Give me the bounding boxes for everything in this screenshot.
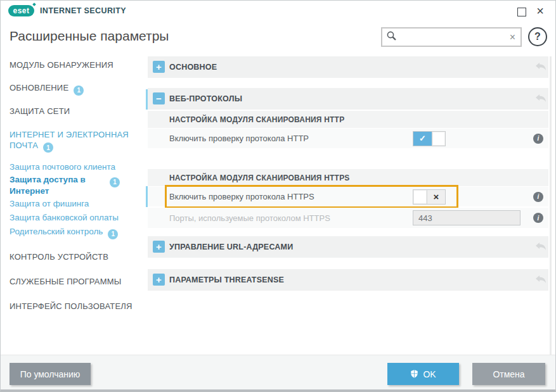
status-badge: 1 [43,142,53,153]
sidebar-item-antiphishing[interactable]: Защита от фишинга [10,198,140,210]
http-toggle-row: Включить проверку протокола HTTP ✓ i [148,129,548,148]
ok-button-label: OK [423,369,436,379]
expand-icon[interactable]: + [153,241,165,253]
expand-icon[interactable]: + [153,61,165,73]
undo-icon[interactable] [534,61,547,73]
https-toggle-row: Включить проверку протокола HTTPS × i [148,187,548,206]
sidebar-item-device-control[interactable]: КОНТРОЛЬ УСТРОЙСТВ [10,252,140,263]
cross-icon: × [427,190,445,204]
toggle-knob [413,190,427,204]
section-url-management[interactable]: + УПРАВЛЕНИЕ URL-АДРЕСАМИ [148,236,548,258]
sidebar-item-user-interface[interactable]: ИНТЕРФЕЙС ПОЛЬЗОВАТЕЛЯ [10,301,140,312]
search-icon [386,30,397,44]
match-marker [146,89,148,110]
eset-logo: eset [8,5,34,16]
sidebar-item-network-protection[interactable]: ЗАЩИТА СЕТИ [10,106,140,117]
section-threatsense[interactable]: + ПАРАМЕТРЫ THREATSENSE [148,269,548,291]
titlebar: eset INTERNET SECURITY × [1,1,555,21]
section-web-protocols[interactable]: − ВЕБ-ПРОТОКОЛЫ [148,88,548,110]
expand-icon[interactable]: + [153,274,165,286]
section-title: УПРАВЛЕНИЕ URL-АДРЕСАМИ [169,236,293,258]
search-clear-icon[interactable]: × [505,32,520,43]
section-title: ПАРАМЕТРЫ THREATSENSE [169,269,284,291]
sidebar-item-label: КОНТРОЛЬ УСТРОЙСТВ [10,252,108,262]
section-title: ВЕБ-ПРОТОКОЛЫ [169,88,242,110]
https-toggle-switch[interactable]: × [413,189,446,205]
https-ports-input [413,210,520,225]
cancel-button-label: Отмена [493,369,524,379]
sidebar-item-banking-protection[interactable]: Защита банковской оплаты [10,212,140,224]
https-group-header: НАСТРОЙКА МОДУЛЯ СКАНИРОВАНИЯ HTTPS [148,169,548,186]
https-ports-row: Порты, используемые протоколом HTTPS i [148,208,548,228]
info-icon[interactable]: i [533,213,543,223]
eset-logo-text: eset [13,6,29,15]
status-badge: 1 [110,177,120,187]
sidebar-item-label: ИНТЕРНЕТ И ЭЛЕКТРОННАЯ ПОЧТА [10,130,129,150]
sidebar-item-label: Защита почтового клиента [10,162,115,172]
info-icon[interactable]: i [533,134,543,144]
footer-bar: По умолчанию OK Отмена [1,355,555,390]
default-button[interactable]: По умолчанию [10,363,91,385]
sidebar-item-detection-module[interactable]: МОДУЛЬ ОБНАРУЖЕНИЯ [10,60,140,71]
match-marker [146,186,148,207]
undo-icon[interactable] [534,241,547,253]
settings-panel: + ОСНОВНОЕ − ВЕБ-ПРОТОКОЛЫ НАСТРОЙКА МОД… [148,56,556,355]
page-title: Расширенные параметры [10,28,169,44]
check-icon: ✓ [413,132,432,146]
sidebar-item-label: Защита банковской оплаты [10,213,119,222]
section-basic[interactable]: + ОСНОВНОЕ [148,56,548,78]
sidebar-item-tools[interactable]: СЛУЖЕБНЫЕ ПРОГРАММЫ [10,277,140,288]
sidebar-item-parental-control[interactable]: Родительский контроль1 [10,226,140,239]
status-badge: 1 [74,85,84,96]
ok-button[interactable]: OK [387,363,459,385]
setting-label: Включить проверку протокола HTTP [169,129,309,148]
shield-icon [410,369,418,379]
sidebar-item-label: СЛУЖЕБНЫЕ ПРОГРАММЫ [10,277,121,286]
default-button-label: По умолчанию [20,369,81,379]
product-name: INTERNET SECURITY [40,6,126,15]
search-box: × [381,27,522,47]
help-icon[interactable]: ? [528,27,547,46]
sidebar-item-label: ИНТЕРФЕЙС ПОЛЬЗОВАТЕЛЯ [10,301,133,311]
sidebar-item-web-access-protection[interactable]: Защита доступа в Интернет1 [10,174,127,196]
eset-advanced-setup-window: eset INTERNET SECURITY × Расширенные пар… [0,0,556,392]
sidebar-item-update[interactable]: ОБНОВЛЕНИЕ1 [10,83,140,96]
toggle-knob [432,132,445,146]
collapse-icon[interactable]: − [153,92,165,104]
group-title: НАСТРОЙКА МОДУЛЯ СКАНИРОВАНИЯ HTTPS [169,169,350,186]
sidebar-item-label: ОБНОВЛЕНИЕ [10,83,68,92]
setting-label: Включить проверку протокола HTTPS [169,187,314,206]
scrollbar[interactable] [550,56,552,355]
undo-icon[interactable] [534,92,547,105]
sidebar-item-web-and-email[interactable]: ИНТЕРНЕТ И ЭЛЕКТРОННАЯ ПОЧТА1 [10,130,140,153]
undo-icon[interactable] [534,274,547,286]
sidebar-item-label: ЗАЩИТА СЕТИ [10,106,70,116]
info-icon[interactable]: i [533,192,543,202]
sidebar-item-label: МОДУЛЬ ОБНАРУЖЕНИЯ [10,60,113,70]
group-title: НАСТРОЙКА МОДУЛЯ СКАНИРОВАНИЯ HTTP [169,111,344,128]
sidebar-item-label: Защита доступа в Интернет [10,174,105,196]
sidebar: МОДУЛЬ ОБНАРУЖЕНИЯ ОБНОВЛЕНИЕ1 ЗАЩИТА СЕ… [1,56,148,355]
sidebar-item-label: Защита от фишинга [10,199,89,208]
maximize-icon[interactable] [517,8,526,16]
brand: eset INTERNET SECURITY [8,5,126,16]
http-group-header: НАСТРОЙКА МОДУЛЯ СКАНИРОВАНИЯ HTTP [148,111,548,128]
window-controls: × [517,4,544,17]
close-icon[interactable]: × [536,4,544,17]
sidebar-item-label: Родительский контроль [10,227,103,236]
setting-label: Порты, используемые протоколом HTTPS [169,208,330,228]
sidebar-item-email-client-protection[interactable]: Защита почтового клиента [10,161,140,173]
page-header: Расширенные параметры × ? [1,21,555,56]
status-badge: 1 [108,229,118,239]
section-title: ОСНОВНОЕ [169,56,217,78]
http-toggle-switch[interactable]: ✓ [413,131,446,146]
search-input[interactable] [399,28,505,46]
cancel-button[interactable]: Отмена [472,363,545,385]
